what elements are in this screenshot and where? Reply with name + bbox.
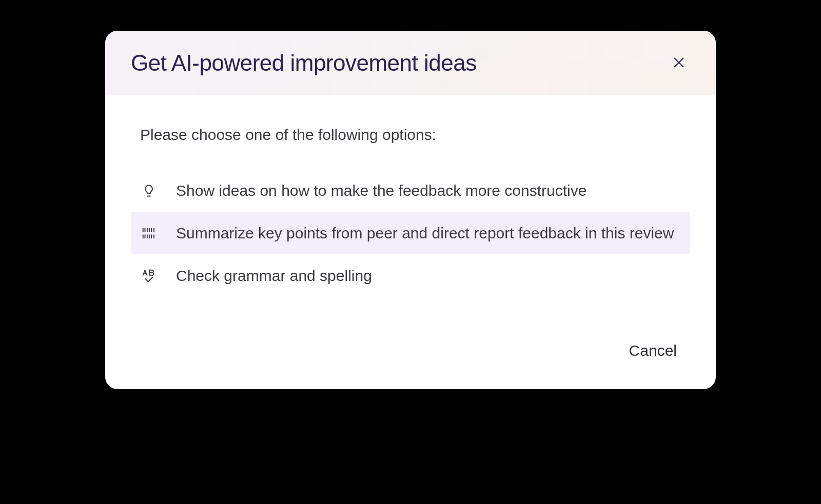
barcode-icon xyxy=(140,225,158,242)
abc-check-icon xyxy=(140,267,158,285)
modal-title: Get AI-powered improvement ideas xyxy=(131,50,477,76)
cancel-button[interactable]: Cancel xyxy=(621,338,685,364)
option-label: Show ideas on how to make the feedback m… xyxy=(176,180,587,200)
option-grammar-spelling[interactable]: Check grammar and spelling xyxy=(131,254,690,297)
option-list: Show ideas on how to make the feedback m… xyxy=(131,169,690,297)
close-icon xyxy=(672,55,686,71)
option-constructive-feedback[interactable]: Show ideas on how to make the feedback m… xyxy=(131,169,690,212)
prompt-text: Please choose one of the following optio… xyxy=(131,126,690,144)
close-button[interactable] xyxy=(668,51,690,75)
modal-body: Please choose one of the following optio… xyxy=(105,95,716,317)
modal-header: Get AI-powered improvement ideas xyxy=(105,31,716,95)
option-summarize-feedback[interactable]: Summarize key points from peer and direc… xyxy=(131,212,690,254)
modal-footer: Cancel xyxy=(105,317,716,389)
lightbulb-icon xyxy=(140,182,158,199)
option-label: Check grammar and spelling xyxy=(176,266,372,286)
ai-improvement-modal: Get AI-powered improvement ideas Please … xyxy=(105,31,716,389)
option-label: Summarize key points from peer and direc… xyxy=(176,223,674,243)
